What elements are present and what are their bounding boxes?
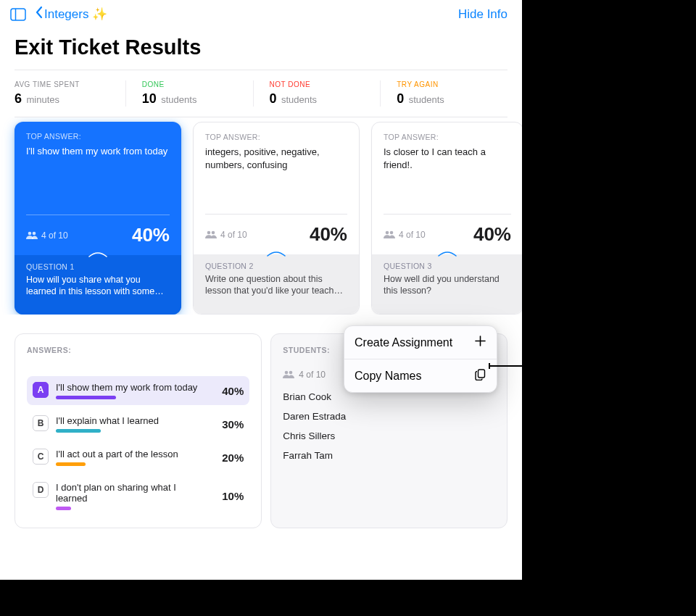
response-count: 4 of 10: [220, 230, 247, 240]
answer-pct: 20%: [213, 451, 244, 464]
menu-label: Copy Names: [355, 370, 421, 383]
stat-value: 0: [397, 91, 404, 106]
stat-item: AVG TIME SPENT 6 minutes: [14, 80, 126, 107]
answer-bar: [56, 507, 71, 510]
svg-point-9: [289, 371, 293, 375]
svg-point-6: [386, 231, 389, 235]
top-answer-label: TOP ANSWER:: [205, 133, 347, 141]
chevron-up-icon: [88, 251, 108, 258]
answer-bar: [56, 396, 116, 399]
answer-text: I'll explain what I learned: [56, 415, 206, 426]
answer-bar: [56, 429, 101, 433]
people-icon: [26, 231, 38, 239]
top-answer-label: TOP ANSWER:: [384, 133, 511, 141]
question-text: Write one question about this lesson tha…: [205, 273, 347, 297]
top-answer-pct: 40%: [132, 224, 170, 246]
question-number: QUESTION 3: [384, 262, 511, 270]
answer-text: I'll show them my work from today: [56, 382, 206, 393]
response-count: 4 of 10: [399, 230, 426, 240]
svg-point-4: [207, 231, 211, 235]
stat-value: 10: [142, 91, 157, 106]
question-text: How well did you understand this lesson?: [384, 273, 511, 297]
sidebar-toggle-icon[interactable]: [10, 8, 26, 21]
people-icon: [205, 230, 217, 238]
chevron-up-icon: [437, 250, 457, 257]
answer-row[interactable]: B I'll explain what I learned 30%: [27, 409, 249, 438]
svg-point-2: [28, 232, 32, 236]
page-title: Exit Ticket Results: [0, 25, 522, 70]
chevron-left-icon: [35, 6, 43, 22]
top-answer-text: I'll show them my work from today: [26, 145, 170, 158]
stat-item: NOT DONE 0 students: [254, 80, 381, 107]
callout-line: [489, 365, 536, 367]
answer-bar: [56, 462, 86, 466]
plus-icon: [474, 335, 486, 350]
svg-point-5: [212, 231, 215, 235]
stat-label: NOT DONE: [270, 80, 365, 88]
copy-icon: [474, 368, 486, 383]
svg-point-3: [33, 232, 36, 236]
stat-unit: minutes: [26, 94, 59, 105]
top-bar: Integers ✨ Hide Info: [0, 0, 522, 25]
people-icon: [283, 370, 294, 378]
stat-unit: students: [161, 94, 196, 105]
hide-info-link[interactable]: Hide Info: [458, 7, 512, 22]
top-answer-pct: 40%: [473, 223, 511, 246]
answers-heading: ANSWERS:: [27, 346, 249, 354]
svg-rect-14: [478, 370, 485, 378]
menu-copy-names[interactable]: Copy Names: [344, 359, 497, 392]
stat-item: DONE 10 students: [126, 80, 254, 107]
top-answer-pct: 40%: [310, 223, 347, 246]
answer-pct: 30%: [213, 418, 244, 430]
stats-row: AVG TIME SPENT 6 minutesDONE 10 students…: [0, 70, 522, 117]
top-answer-label: TOP ANSWER:: [26, 132, 170, 141]
stat-label: TRY AGAIN: [397, 80, 492, 88]
answer-row[interactable]: C I'll act out a part of the lesson 20%: [27, 443, 249, 472]
stat-label: DONE: [142, 80, 237, 88]
answer-pct: 40%: [213, 385, 244, 397]
svg-point-7: [390, 231, 394, 235]
menu-label: Create Assignment: [355, 336, 452, 349]
answer-pct: 10%: [213, 490, 244, 502]
stat-value: 0: [270, 91, 277, 106]
question-card[interactable]: TOP ANSWER: Is closer to I can teach a f…: [371, 122, 522, 315]
student-item[interactable]: Chris Sillers: [283, 430, 495, 441]
answer-letter: C: [33, 449, 49, 465]
stat-item: TRY AGAIN 0 students: [381, 80, 508, 107]
students-count: 4 of 10: [299, 370, 326, 380]
answer-row[interactable]: A I'll show them my work from today 40%: [27, 376, 249, 405]
question-number: QUESTION 1: [26, 262, 170, 271]
answer-letter: D: [33, 482, 49, 498]
response-count: 4 of 10: [41, 230, 68, 241]
question-card[interactable]: TOP ANSWER: integers, positive, negative…: [193, 122, 360, 315]
people-icon: [384, 230, 395, 238]
answer-letter: B: [33, 415, 49, 431]
answer-row[interactable]: D I don't plan on sharing what I learned…: [27, 476, 249, 516]
question-text: How will you share what you learned in t…: [26, 274, 170, 298]
top-answer-text: integers, positive, negative, numbers, c…: [205, 146, 347, 171]
back-link[interactable]: Integers ✨: [35, 6, 107, 22]
question-card[interactable]: TOP ANSWER: I'll show them my work from …: [14, 122, 181, 315]
answer-letter: A: [33, 382, 49, 398]
stat-label: AVG TIME SPENT: [14, 80, 109, 88]
student-item[interactable]: Brian Cook: [283, 391, 495, 402]
answers-panel: ANSWERS: A I'll show them my work from t…: [14, 333, 262, 528]
answer-text: I'll act out a part of the lesson: [56, 449, 206, 459]
context-menu: Create Assignment Copy Names: [344, 325, 497, 393]
question-cards-row: TOP ANSWER: I'll show them my work from …: [0, 117, 522, 315]
menu-create-assignment[interactable]: Create Assignment: [344, 326, 497, 359]
student-item[interactable]: Farrah Tam: [283, 450, 495, 461]
stat-unit: students: [281, 94, 317, 105]
answer-text: I don't plan on sharing what I learned: [56, 482, 206, 504]
chevron-up-icon: [266, 250, 286, 257]
stat-value: 6: [14, 91, 22, 106]
back-label: Integers ✨: [44, 7, 107, 22]
stat-unit: students: [409, 94, 444, 105]
svg-rect-0: [11, 9, 25, 20]
answers-list: A I'll show them my work from today 40% …: [27, 376, 249, 516]
svg-point-8: [285, 371, 289, 375]
top-answer-text: Is closer to I can teach a friend!.: [384, 146, 511, 171]
students-list: Brian CookDaren EstradaChris SillersFarr…: [283, 391, 495, 461]
question-number: QUESTION 2: [205, 262, 347, 270]
student-item[interactable]: Daren Estrada: [283, 411, 495, 422]
